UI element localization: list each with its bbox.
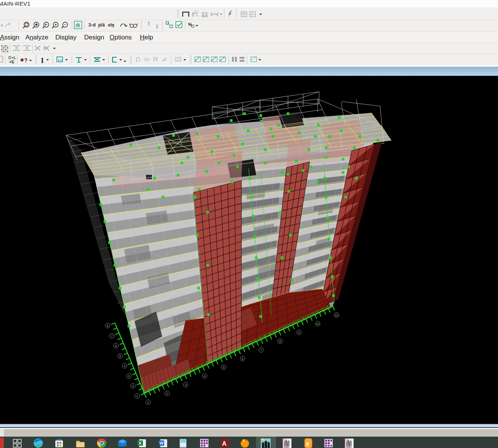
svg-text:X: X bbox=[139, 441, 142, 445]
svg-text:W: W bbox=[160, 441, 164, 445]
svg-text:A: A bbox=[222, 440, 227, 447]
svg-text:e: e bbox=[306, 439, 309, 448]
